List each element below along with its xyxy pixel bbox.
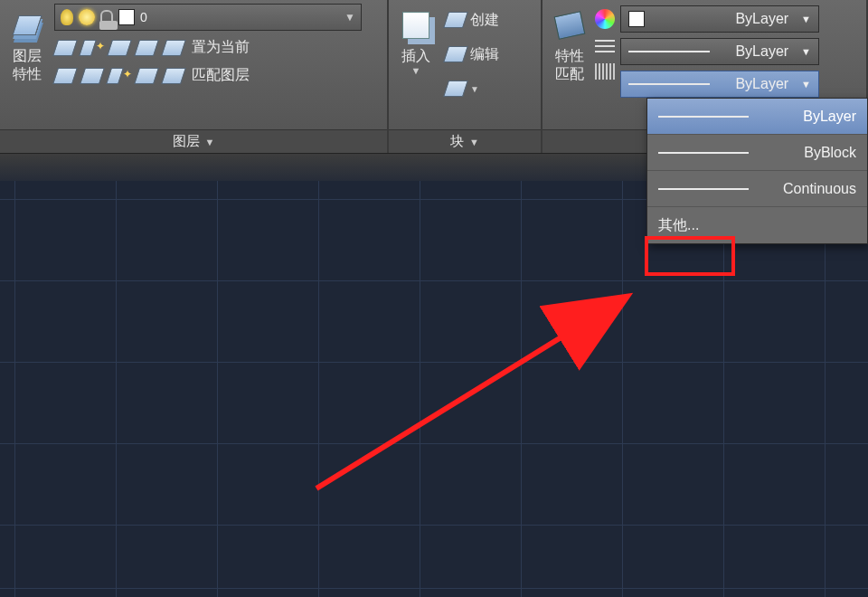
chevron-down-icon: ▼ <box>205 137 215 147</box>
linetype-preview-icon <box>658 188 749 190</box>
linetype-option-label: ByBlock <box>804 145 856 161</box>
sun-icon <box>79 9 95 25</box>
linetype-combo[interactable]: ByLayer ▼ <box>620 71 819 98</box>
block-edit-button[interactable]: 编辑 <box>443 42 501 67</box>
layer-uniso-icon[interactable] <box>81 65 103 87</box>
set-current-button[interactable]: 置为当前 <box>190 36 251 59</box>
layer-match-icon[interactable] <box>163 65 184 87</box>
linetype-option-label: 其他... <box>658 216 699 235</box>
layer-on-icon[interactable] <box>136 65 157 87</box>
chevron-down-icon: ▼ <box>801 79 811 90</box>
chevron-down-icon: ▼ <box>344 11 355 24</box>
linetype-option-other[interactable]: 其他... <box>647 207 867 243</box>
linetype-preview-icon <box>628 83 710 85</box>
lineweight-combo[interactable]: ByLayer ▼ <box>620 38 819 65</box>
block-edit-icon <box>445 43 467 65</box>
insert-block-icon <box>398 7 434 43</box>
linetype-option-byblock[interactable]: ByBlock <box>647 135 867 171</box>
match-layer-label: 匹配图层 <box>192 66 250 85</box>
layer-lock-icon[interactable] <box>108 37 130 59</box>
linetype-option-label: Continuous <box>783 181 856 197</box>
chevron-down-icon: ▼ <box>801 46 811 57</box>
chevron-down-icon: ▼ <box>411 65 421 76</box>
match-properties-label: 特性 匹配 <box>555 47 584 83</box>
layer-properties-button[interactable]: 图层 特性 <box>5 4 49 87</box>
color-combo[interactable]: ByLayer ▼ <box>620 5 819 33</box>
set-current-label: 置为当前 <box>192 38 250 57</box>
color-swatch-icon <box>118 9 135 25</box>
lineweight-combo-value: ByLayer <box>735 43 788 60</box>
match-properties-icon <box>552 7 588 43</box>
layer-unlock-icon[interactable] <box>136 37 157 59</box>
layer-combo-value: 0 <box>140 10 147 24</box>
match-layer-button[interactable]: 匹配图层 <box>190 64 251 87</box>
linetype-option-bylayer[interactable]: ByLayer <box>647 99 867 135</box>
insert-block-button[interactable]: 插入 ▼ <box>394 4 438 80</box>
linetype-option-continuous[interactable]: Continuous <box>647 171 867 207</box>
block-attribute-icon <box>445 78 467 100</box>
layer-combo[interactable]: 0 ▼ <box>54 4 362 31</box>
match-properties-button[interactable]: 特性 匹配 <box>548 4 591 87</box>
layer-off-icon[interactable] <box>54 37 76 59</box>
linetype-dropdown-flyout: ByLayer ByBlock Continuous 其他... <box>646 98 868 244</box>
bulb-icon <box>61 9 73 25</box>
linetype-option-label: ByLayer <box>803 109 856 125</box>
chevron-down-icon: ▼ <box>470 84 479 94</box>
color-swatch-icon <box>628 11 645 27</box>
chevron-down-icon: ▼ <box>469 137 479 147</box>
linetype-list-icon[interactable] <box>595 63 615 80</box>
linetype-combo-value: ByLayer <box>735 76 788 92</box>
block-attribute-button[interactable]: ▼ <box>443 76 501 101</box>
block-create-label: 创建 <box>470 11 499 30</box>
panel-title-block-text: 块 <box>450 133 464 150</box>
panel-title-block[interactable]: 块 ▼ <box>389 129 541 153</box>
chevron-down-icon: ▼ <box>801 14 811 24</box>
panel-layers: 图层 特性 0 ▼ <box>0 0 389 153</box>
insert-block-label: 插入 <box>401 47 430 65</box>
lineweight-preview-icon <box>628 51 710 52</box>
lineweight-list-icon[interactable] <box>595 38 615 54</box>
panel-title-layers-text: 图层 <box>173 133 200 150</box>
panel-block: 插入 ▼ 创建 编辑 ▼ 块 ▼ <box>389 0 542 153</box>
layer-make-current-icon[interactable] <box>163 37 184 59</box>
layer-freeze-icon[interactable] <box>81 37 103 59</box>
linetype-preview-icon <box>658 152 749 154</box>
layer-thaw-icon[interactable] <box>108 65 130 87</box>
layer-properties-label: 图层 特性 <box>13 47 42 83</box>
block-create-icon <box>445 9 467 31</box>
layers-icon <box>9 7 45 43</box>
block-create-button[interactable]: 创建 <box>443 7 501 33</box>
lock-icon <box>100 10 113 24</box>
color-combo-value: ByLayer <box>735 11 788 27</box>
layer-iso-icon[interactable] <box>54 65 76 87</box>
panel-title-layers[interactable]: 图层 ▼ <box>0 129 387 153</box>
colorwheel-icon[interactable] <box>595 9 615 29</box>
linetype-preview-icon <box>658 116 749 118</box>
block-edit-label: 编辑 <box>470 45 499 64</box>
